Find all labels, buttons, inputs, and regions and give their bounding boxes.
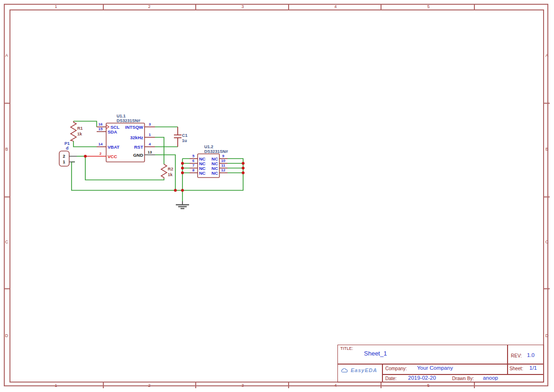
c1-value[interactable]: 1u (182, 138, 187, 143)
u1-1-pin-rst-label: RST (134, 144, 143, 150)
company-value[interactable]: Your Company (417, 365, 453, 371)
date-value[interactable]: 2019-02-20 (408, 375, 436, 381)
r1-body[interactable] (71, 121, 76, 141)
wire-vbat (73, 141, 97, 147)
component-u1-2[interactable]: U1.2 DS3231SN# 5 6 7 8 NC NC NC NC 9 10 … (190, 144, 228, 178)
u1-1-pin4-num: 4 (149, 142, 151, 146)
title-label: TITLE: (340, 346, 353, 351)
u1-2-pin12-nc: NC (211, 170, 218, 176)
ground-symbol[interactable] (176, 201, 189, 209)
sheet-value[interactable]: 1/1 (529, 365, 537, 371)
u1-1-pin16-num: 16 (99, 122, 103, 126)
u1-1-part[interactable]: DS3231SN# (117, 118, 140, 123)
title-block: TITLE: Sheet_1 REV: 1.0 Company: Your Co… (337, 345, 544, 383)
u1-1-pin14-num: 14 (99, 142, 103, 146)
component-r1[interactable]: R1 1k (71, 121, 83, 141)
easyeda-logo: EasyEDA (341, 367, 377, 373)
u1-2-pin6-num: 6 (192, 159, 195, 163)
r2-body[interactable] (161, 164, 167, 178)
u1-1-pin2-num: 2 (100, 151, 102, 156)
schematic-canvas[interactable]: U1.1 DS3231SN# 16 15 14 2 SCL SDA (0, 0, 554, 392)
rev-value[interactable]: 1.0 (527, 352, 535, 358)
u1-2-ref[interactable]: U1.2 (204, 144, 213, 149)
u1-1-pin3-num: 3 (149, 122, 151, 126)
wire-32khz-r2 (155, 137, 164, 164)
titleblock-divider (338, 364, 543, 365)
u1-1-pin-gnd-label: GND (133, 152, 143, 158)
u1-1-pin-vbat-label: VBAT (108, 144, 119, 150)
u1-1-pin1-num: 1 (149, 133, 151, 137)
p1-pin1-label: 1 (63, 160, 65, 164)
u1-1-pin-32khz-label: 32kHz (130, 135, 144, 140)
component-c1[interactable]: C1 1u (174, 127, 188, 147)
titleblock-divider (507, 345, 508, 374)
u1-1-pin15-num: 15 (99, 127, 103, 131)
component-p1[interactable]: P1 d 2 1 (59, 141, 77, 166)
r2-value[interactable]: 1k (168, 172, 173, 177)
p1-ref[interactable]: P1 (64, 141, 70, 146)
r1-ref[interactable]: R1 (77, 126, 83, 131)
u1-2-part[interactable]: DS3231SN# (204, 149, 228, 154)
company-label: Company: (385, 366, 407, 371)
c1-ref[interactable]: C1 (182, 133, 188, 138)
date-label: Date: (385, 376, 397, 381)
component-r2[interactable]: R2 1k (161, 164, 173, 178)
u1-2-pin7-num: 7 (192, 163, 195, 168)
r1-value[interactable]: 1k (77, 132, 82, 136)
sheet-title[interactable]: Sheet_1 (364, 350, 387, 357)
u1-2-pin5-num: 5 (192, 154, 195, 158)
u1-2-pin10-num: 10 (221, 159, 226, 163)
u1-2-pin8-num: 8 (192, 168, 195, 172)
drawn-by-value[interactable]: anoop (483, 375, 498, 381)
easyeda-logo-text: EasyEDA (351, 367, 377, 373)
rev-label: REV: (511, 353, 522, 358)
wire-u12-right (227, 163, 243, 173)
u1-1-pin-intsqw-label: INTSQW (125, 125, 143, 130)
u1-2-pin8-nc: NC (199, 170, 206, 176)
u1-2-pin12-num: 12 (221, 168, 226, 172)
u1-1-ref[interactable]: U1.1 (117, 114, 126, 118)
u1-1-pin-sda-label: SDA (108, 129, 117, 134)
u1-2-pin9-num: 9 (222, 154, 225, 158)
u1-1-pin13-num: 13 (148, 150, 152, 154)
easyeda-cloud-icon (341, 367, 349, 373)
p1-pin2-label: 2 (63, 154, 65, 159)
drawn-by-label: Drawn By: (452, 376, 474, 381)
schematic-sheet: 1 2 3 4 5 1 2 3 4 5 A B C D A B C D (0, 0, 554, 392)
p1-value[interactable]: d (66, 146, 69, 151)
u1-2-pin11-num: 11 (221, 163, 226, 168)
titleblock-divider (382, 364, 383, 382)
titleblock-divider (382, 374, 543, 375)
u1-1-pin-vcc-label: VCC (108, 154, 117, 159)
r2-ref[interactable]: R2 (168, 167, 173, 171)
sheet-label: Sheet: (509, 366, 523, 371)
